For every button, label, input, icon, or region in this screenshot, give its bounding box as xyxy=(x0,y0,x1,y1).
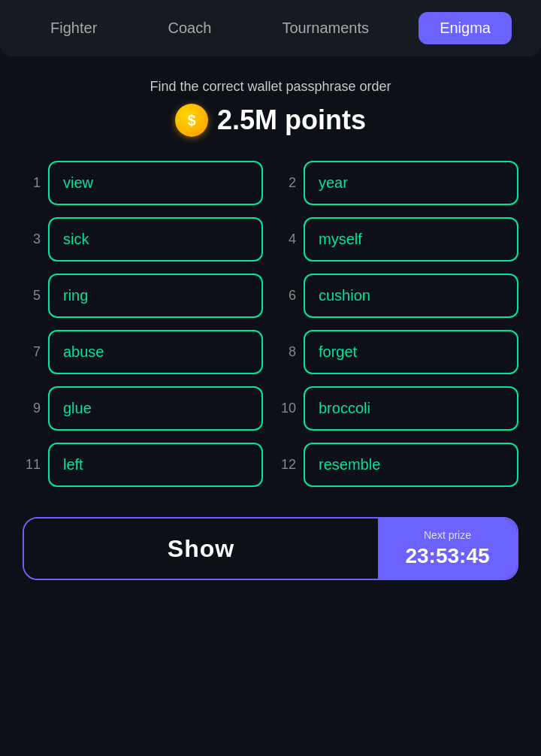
nav-coach[interactable]: Coach xyxy=(147,12,232,44)
word-number-3: 3 xyxy=(23,231,41,247)
word-number-5: 5 xyxy=(23,288,41,304)
subtitle: Find the correct wallet passphrase order xyxy=(150,79,391,95)
word-row-9: 9 glue xyxy=(23,386,263,431)
word-box-9[interactable]: glue xyxy=(48,386,263,431)
nav-fighter[interactable]: Fighter xyxy=(29,12,118,44)
word-box-4[interactable]: myself xyxy=(304,217,518,262)
word-box-12[interactable]: resemble xyxy=(304,443,518,487)
word-number-8: 8 xyxy=(278,344,296,360)
main-content: Find the correct wallet passphrase order… xyxy=(0,56,541,595)
nav-enigma[interactable]: Enigma xyxy=(419,12,512,44)
word-box-7[interactable]: abuse xyxy=(48,330,263,374)
show-button[interactable]: Show xyxy=(24,519,378,579)
word-row-6: 6 cushion xyxy=(278,274,518,318)
word-box-10[interactable]: broccoli xyxy=(304,386,518,431)
word-row-12: 12 resemble xyxy=(278,443,518,487)
words-grid: 1 view 2 year 3 sick 4 myself 5 ring 6 c… xyxy=(23,161,518,487)
word-number-11: 11 xyxy=(23,457,41,473)
word-row-4: 4 myself xyxy=(278,217,518,262)
word-row-7: 7 abuse xyxy=(23,330,263,374)
coin-icon: $ xyxy=(175,104,208,137)
word-number-2: 2 xyxy=(278,175,296,191)
word-row-11: 11 left xyxy=(23,443,263,487)
word-box-8[interactable]: forget xyxy=(304,330,518,374)
word-box-2[interactable]: year xyxy=(304,161,518,205)
word-box-6[interactable]: cushion xyxy=(304,274,518,318)
word-box-11[interactable]: left xyxy=(48,443,263,487)
word-row-8: 8 forget xyxy=(278,330,518,374)
word-row-3: 3 sick xyxy=(23,217,263,262)
next-prize-timer: 23:53:45 xyxy=(405,544,489,568)
points-row: $ 2.5M points xyxy=(175,104,366,137)
word-number-4: 4 xyxy=(278,231,296,247)
bottom-bar: Show Next prize 23:53:45 xyxy=(23,517,518,580)
word-number-1: 1 xyxy=(23,175,41,191)
next-prize-panel: Next prize 23:53:45 xyxy=(378,519,517,579)
word-row-2: 2 year xyxy=(278,161,518,205)
word-number-9: 9 xyxy=(23,401,41,416)
word-row-10: 10 broccoli xyxy=(278,386,518,431)
word-box-3[interactable]: sick xyxy=(48,217,263,262)
next-prize-label: Next prize xyxy=(424,529,471,541)
word-number-10: 10 xyxy=(278,401,296,416)
word-number-6: 6 xyxy=(278,288,296,304)
word-box-1[interactable]: view xyxy=(48,161,263,205)
word-number-12: 12 xyxy=(278,457,296,473)
coin-symbol: $ xyxy=(187,112,195,129)
word-row-1: 1 view xyxy=(23,161,263,205)
word-row-5: 5 ring xyxy=(23,274,263,318)
word-number-7: 7 xyxy=(23,344,41,360)
navigation-bar: Fighter Coach Tournaments Enigma xyxy=(0,0,541,56)
word-box-5[interactable]: ring xyxy=(48,274,263,318)
nav-tournaments[interactable]: Tournaments xyxy=(261,12,390,44)
points-display: 2.5M points xyxy=(217,104,366,136)
